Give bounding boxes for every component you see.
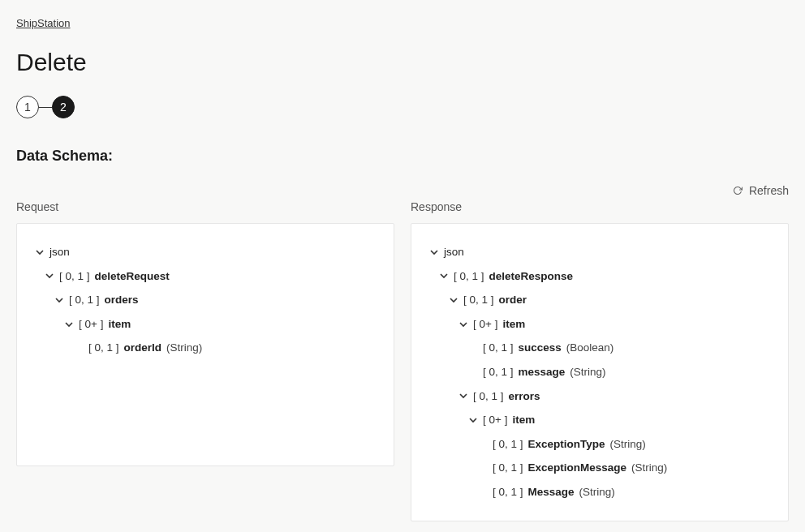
step-connector — [39, 107, 52, 108]
chevron-down-icon — [45, 271, 54, 281]
node-card: [ 0, 1 ] — [454, 268, 484, 285]
refresh-button[interactable]: Refresh — [733, 184, 789, 197]
request-label: Request — [16, 200, 394, 213]
node-type: (Boolean) — [566, 339, 614, 357]
chevron-down-icon — [458, 391, 468, 401]
node-name: json — [444, 243, 464, 261]
node-type: (String) — [579, 483, 615, 501]
node-type: (String) — [631, 459, 667, 477]
node-name: json — [50, 243, 70, 261]
node-type: (String) — [166, 339, 202, 357]
schema-heading: Data Schema: — [16, 148, 789, 165]
tree-node-orderId[interactable]: [ 0, 1 ] orderId (String) — [32, 336, 379, 360]
response-panel: json [ 0, 1 ] deleteResponse [ 0, 1 ] or… — [411, 223, 789, 521]
chevron-down-icon — [468, 415, 478, 425]
tree-node-deleteResponse[interactable]: [ 0, 1 ] deleteResponse — [426, 264, 773, 289]
tree-node-message2[interactable]: [ 0, 1 ] Message (String) — [426, 480, 773, 504]
tree-node-json[interactable]: json — [32, 240, 379, 264]
node-name: item — [512, 411, 535, 429]
tree-node-errors[interactable]: [ 0, 1 ] errors — [426, 384, 773, 409]
tree-node-order[interactable]: [ 0, 1 ] order — [426, 288, 773, 312]
node-name: ExceptionType — [528, 435, 605, 453]
request-panel: json [ 0, 1 ] deleteRequest [ 0, 1 ] ord… — [16, 223, 394, 466]
node-card: [ 0, 1 ] — [69, 291, 100, 309]
tree-node-message[interactable]: [ 0, 1 ] message (String) — [426, 360, 773, 384]
node-card: [ 0, 1 ] — [483, 339, 514, 357]
tree-node-exceptionmessage[interactable]: [ 0, 1 ] ExceptionMessage (String) — [426, 456, 773, 480]
page-title: Delete — [16, 49, 789, 76]
tree-node-deleteRequest[interactable]: [ 0, 1 ] deleteRequest — [32, 264, 379, 289]
tree-node-item[interactable]: [ 0+ ] item — [426, 312, 773, 337]
chevron-down-icon — [449, 295, 458, 305]
chevron-down-icon — [458, 320, 468, 329]
node-name: success — [519, 339, 562, 357]
node-card: [ 0, 1 ] — [493, 483, 523, 501]
node-name: Message — [528, 483, 575, 501]
node-card: [ 0, 1 ] — [493, 435, 523, 453]
node-name: message — [519, 363, 566, 381]
node-name: item — [108, 315, 131, 333]
tree-node-json[interactable]: json — [426, 240, 773, 264]
node-card: [ 0+ ] — [483, 411, 507, 429]
stepper: 1 2 — [16, 96, 789, 118]
node-card: [ 0, 1 ] — [493, 459, 523, 477]
node-type: (String) — [570, 363, 605, 381]
breadcrumb[interactable]: ShipStation — [16, 17, 71, 29]
tree-node-success[interactable]: [ 0, 1 ] success (Boolean) — [426, 336, 773, 360]
node-name: orders — [105, 291, 139, 309]
node-name: ExceptionMessage — [528, 459, 627, 477]
response-label: Response — [411, 200, 789, 213]
node-name: deleteResponse — [489, 268, 574, 285]
node-card: [ 0, 1 ] — [473, 388, 504, 405]
node-card: [ 0, 1 ] — [483, 363, 514, 381]
node-card: [ 0, 1 ] — [463, 291, 494, 309]
node-card: [ 0, 1 ] — [59, 268, 90, 285]
chevron-down-icon — [439, 271, 449, 281]
chevron-down-icon — [54, 295, 64, 305]
node-card: [ 0+ ] — [79, 315, 103, 333]
refresh-icon — [733, 186, 743, 195]
node-card: [ 0+ ] — [473, 315, 497, 333]
tree-node-exceptiontype[interactable]: [ 0, 1 ] ExceptionType (String) — [426, 432, 773, 457]
tree-node-item[interactable]: [ 0+ ] item — [426, 408, 773, 432]
node-name: item — [502, 315, 525, 333]
refresh-label: Refresh — [749, 184, 789, 197]
step-1[interactable]: 1 — [16, 96, 39, 118]
step-2[interactable]: 2 — [52, 96, 75, 118]
node-name: errors — [509, 388, 540, 405]
node-name: deleteRequest — [95, 268, 170, 285]
chevron-down-icon — [35, 247, 45, 257]
node-name: orderId — [124, 339, 162, 357]
chevron-down-icon — [429, 247, 439, 257]
chevron-down-icon — [64, 320, 74, 329]
node-name: order — [499, 291, 527, 309]
tree-node-item[interactable]: [ 0+ ] item — [32, 312, 379, 337]
node-type: (String) — [610, 435, 646, 453]
tree-node-orders[interactable]: [ 0, 1 ] orders — [32, 288, 379, 312]
node-card: [ 0, 1 ] — [88, 339, 119, 357]
